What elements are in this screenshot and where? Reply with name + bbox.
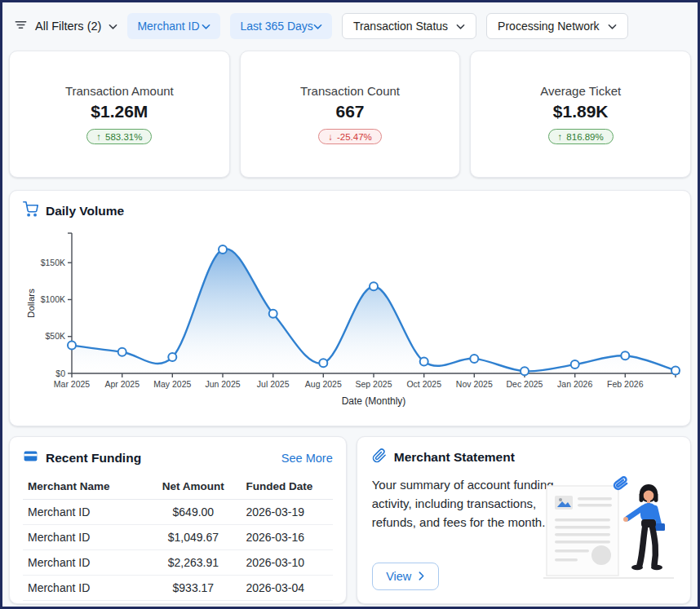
daily-volume-header: Daily Volume (23, 201, 677, 220)
column-merchant-name: Merchant Name (23, 474, 140, 500)
funded-date-cell: 2026-03-16 (246, 525, 332, 550)
merchant-statement-header: Merchant Statement (372, 448, 676, 466)
svg-text:Feb 2026: Feb 2026 (607, 379, 644, 389)
chevron-down-icon (313, 20, 322, 33)
stat-title: Transaction Amount (65, 84, 174, 98)
daily-volume-chart[interactable]: $0$50K$100K$150KMar 2025Apr 2025May 2025… (23, 228, 677, 421)
all-filters-label: All Filters (2) (35, 20, 101, 33)
chevron-right-icon (419, 570, 424, 583)
trend-down-icon: ↓ (328, 132, 333, 142)
funded-date-cell: 2026-03-04 (246, 576, 332, 601)
dashboard-page: All Filters (2) Merchant ID Last 365 Day… (2, 2, 698, 609)
see-more-link[interactable]: See More (281, 452, 333, 465)
merchant-name-cell: Merchant ID (23, 500, 140, 525)
funded-date-cell: 2026-03-10 (246, 550, 332, 576)
table-row[interactable]: Merchant ID $649.00 2026-03-19 (23, 500, 333, 525)
trend-change-value: -25.47% (337, 132, 372, 142)
net-amount-cell: $1,049.67 (140, 525, 246, 550)
net-amount-cell: $2,263.91 (140, 550, 246, 576)
view-button[interactable]: View (372, 563, 439, 590)
merchant-statement-title: Merchant Statement (394, 450, 515, 465)
all-filters-button[interactable]: All Filters (2) (14, 18, 117, 34)
svg-text:$150K: $150K (41, 258, 65, 267)
daily-volume-card: Daily Volume $0$50K$100K$150KMar 2025Apr… (9, 190, 691, 426)
stat-value: $1.89K (553, 102, 609, 121)
funding-table-header-row: Merchant Name Net Amount Funded Date (23, 474, 333, 500)
trend-up-icon: ↑ (96, 132, 101, 142)
filter-processing-network-label: Processing Network (498, 20, 600, 33)
paperclip-icon (372, 448, 387, 466)
merchant-name-cell: Merchant ID (23, 550, 140, 576)
view-button-label: View (386, 570, 411, 583)
svg-text:Jul 2025: Jul 2025 (257, 379, 290, 389)
bottom-row: Recent Funding See More Merchant Name Ne… (9, 436, 691, 604)
funded-date-cell: 2026-03-19 (246, 500, 332, 525)
stat-card-average-ticket: Average Ticket $1.89K ↑ 816.89% (470, 51, 691, 178)
trend-badge: ↑ 816.89% (548, 129, 614, 144)
filter-icon (14, 18, 28, 34)
trend-up-icon: ↑ (558, 132, 563, 142)
stat-title: Average Ticket (540, 84, 621, 98)
net-amount-cell: $933.17 (140, 576, 246, 601)
trend-change-value: 583.31% (105, 132, 142, 142)
net-amount-cell: $649.00 (140, 500, 246, 525)
stats-row: Transaction Amount $1.26M ↑ 583.31% Tran… (9, 51, 691, 178)
filter-transaction-status-label: Transaction Status (353, 20, 448, 33)
svg-text:Jun 2025: Jun 2025 (205, 379, 240, 389)
svg-text:Dollars: Dollars (26, 289, 36, 318)
statement-illustration (538, 474, 679, 589)
chevron-down-icon (109, 20, 117, 33)
svg-text:$0: $0 (55, 368, 65, 378)
filter-merchant-id[interactable]: Merchant ID (127, 13, 220, 39)
credit-card-icon (23, 448, 38, 467)
funding-table: Merchant Name Net Amount Funded Date Mer… (23, 474, 333, 601)
column-funded-date: Funded Date (246, 474, 332, 500)
trend-badge: ↓ -25.47% (318, 129, 382, 144)
stat-value: 667 (335, 102, 364, 121)
svg-text:Oct 2025: Oct 2025 (406, 379, 441, 389)
filter-merchant-id-label: Merchant ID (137, 20, 199, 33)
table-row[interactable]: Merchant ID $933.17 2026-03-04 (23, 576, 333, 601)
trend-badge: ↑ 583.31% (86, 129, 152, 144)
svg-text:Sep 2025: Sep 2025 (356, 379, 392, 389)
svg-text:Dec 2025: Dec 2025 (507, 379, 543, 389)
merchant-name-cell: Merchant ID (23, 525, 140, 550)
chevron-down-icon (456, 20, 465, 33)
merchant-name-cell: Merchant ID (23, 576, 140, 601)
chevron-down-icon (202, 20, 210, 33)
recent-funding-title: Recent Funding (46, 451, 141, 466)
stat-title: Transaction Count (300, 84, 400, 98)
svg-text:Apr 2025: Apr 2025 (104, 379, 140, 389)
recent-funding-card: Recent Funding See More Merchant Name Ne… (9, 436, 347, 604)
stat-card-transaction-count: Transaction Count 667 ↓ -25.47% (240, 51, 461, 178)
stat-card-transaction-amount: Transaction Amount $1.26M ↑ 583.31% (9, 51, 230, 178)
stat-value: $1.26M (91, 102, 148, 121)
svg-text:Jan 2026: Jan 2026 (557, 379, 592, 389)
merchant-statement-card: Merchant Statement Your summary of accou… (357, 436, 691, 604)
svg-text:May 2025: May 2025 (153, 379, 191, 389)
filter-date-range-label: Last 365 Days (240, 20, 313, 33)
filter-transaction-status[interactable]: Transaction Status (342, 13, 476, 39)
merchant-statement-description: Your summary of account funding activity… (372, 476, 561, 532)
chevron-down-icon (608, 20, 617, 33)
svg-text:Nov 2025: Nov 2025 (456, 379, 493, 389)
filter-processing-network[interactable]: Processing Network (486, 13, 628, 39)
column-net-amount: Net Amount (140, 474, 246, 500)
svg-text:Aug 2025: Aug 2025 (305, 379, 342, 389)
filter-date-range[interactable]: Last 365 Days (230, 13, 332, 39)
trend-change-value: 816.89% (566, 132, 603, 142)
table-row[interactable]: Merchant ID $1,049.67 2026-03-16 (23, 525, 333, 550)
svg-text:Mar 2025: Mar 2025 (54, 379, 91, 389)
recent-funding-header: Recent Funding See More (23, 448, 333, 467)
cart-icon (23, 201, 38, 220)
svg-text:Date (Monthly): Date (Monthly) (342, 395, 406, 407)
table-row[interactable]: Merchant ID $2,263.91 2026-03-10 (23, 550, 333, 576)
svg-text:$100K: $100K (41, 294, 65, 304)
daily-volume-title: Daily Volume (46, 204, 124, 218)
filter-bar: All Filters (2) Merchant ID Last 365 Day… (14, 12, 686, 40)
svg-text:$50K: $50K (45, 331, 65, 341)
